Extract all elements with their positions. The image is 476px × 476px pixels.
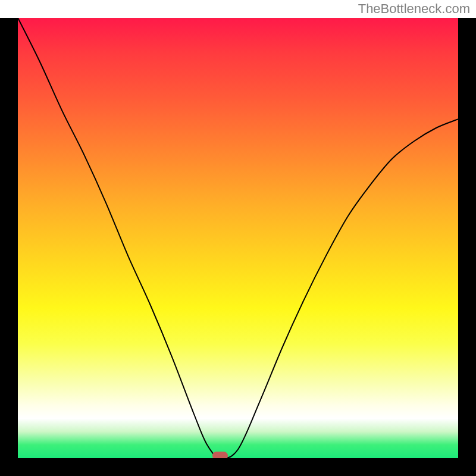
chart-container: TheBottleneck.com bbox=[0, 0, 476, 476]
bottleneck-curve bbox=[18, 18, 458, 458]
plot-frame bbox=[0, 18, 476, 476]
watermark-text: TheBottleneck.com bbox=[358, 1, 470, 17]
plot-area bbox=[18, 18, 458, 458]
optimal-point-marker bbox=[212, 452, 228, 458]
